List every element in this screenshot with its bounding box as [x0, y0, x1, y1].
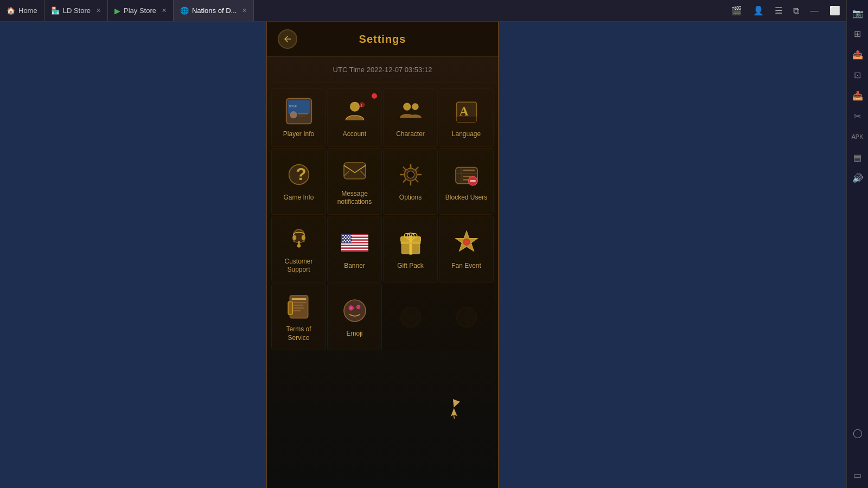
minimize-icon[interactable]: — [807, 4, 822, 18]
svg-point-9 [403, 103, 410, 110]
emoji-label: Emoji [346, 330, 362, 338]
svg-point-63 [349, 239, 350, 241]
settings-item-empty2 [439, 284, 494, 350]
svg-point-77 [464, 240, 468, 244]
svg-point-55 [346, 236, 348, 237]
customer-support-label: Customer Support [276, 258, 321, 274]
video-icon[interactable]: 🎬 [728, 3, 745, 18]
character-label: Character [396, 130, 425, 139]
account-icon: ! [340, 97, 369, 126]
svg-point-66 [348, 241, 349, 242]
svg-line-27 [403, 179, 406, 183]
tab-ld-store[interactable]: 🏪 LD Store ✕ [44, 0, 108, 21]
titlebar: 🏠 Home 🏪 LD Store ✕ ▶ Play Store ✕ 🌐 Nat… [0, 0, 868, 22]
banner-label: Banner [344, 262, 365, 271]
settings-item-emoji[interactable]: ~ Emoji [327, 284, 382, 350]
utc-time: UTC Time 2022-12-07 03:53:12 [267, 57, 498, 83]
svg-point-61 [343, 239, 345, 241]
svg-point-40 [292, 235, 296, 240]
svg-point-65 [345, 241, 347, 242]
tab-home[interactable]: 🏠 Home [0, 0, 44, 21]
tab-play-store-label: Play Store [124, 7, 156, 15]
svg-rect-80 [291, 302, 306, 304]
sidebar-circle-icon: ◯ [849, 424, 866, 441]
gift-pack-icon [396, 228, 425, 258]
empty1-icon [396, 303, 425, 332]
sidebar-apk-icon[interactable]: APK [849, 128, 866, 145]
tab-play-store[interactable]: ▶ Play Store ✕ [108, 0, 174, 21]
settings-item-account[interactable]: ! Account [327, 88, 382, 147]
svg-point-90 [400, 307, 420, 327]
game-panel: Settings UTC Time 2022-12-07 03:53:12 NO… [266, 22, 499, 488]
menu-icon[interactable]: ☰ [771, 3, 786, 18]
svg-point-53 [350, 235, 352, 236]
gift-pack-label: Gift Pack [397, 262, 424, 271]
sidebar-volume-icon[interactable]: 🔊 [849, 169, 866, 187]
svg-point-41 [302, 235, 305, 240]
banner-icon [340, 228, 369, 258]
sidebar-scissors-icon[interactable]: ✂ [849, 107, 866, 125]
nations-icon: 🌐 [180, 7, 189, 15]
tab-ld-store-close[interactable]: ✕ [96, 7, 101, 14]
settings-item-blocked-users[interactable]: Blocked Users [439, 148, 494, 215]
svg-point-57 [342, 237, 344, 239]
svg-point-67 [350, 241, 352, 242]
options-icon [396, 160, 425, 189]
display-icon[interactable]: ⧉ [790, 4, 802, 18]
sidebar-camera-icon[interactable]: 📷 [849, 4, 866, 22]
language-label: Language [452, 130, 481, 139]
sidebar-share-icon[interactable]: 📤 [849, 46, 866, 63]
tab-play-store-close[interactable]: ✕ [162, 7, 167, 14]
tab-nations-close[interactable]: ✕ [242, 7, 247, 14]
settings-item-banner[interactable]: Banner [327, 216, 382, 282]
ld-store-icon: 🏪 [51, 7, 60, 15]
back-button[interactable] [278, 29, 297, 49]
blocked-users-label: Blocked Users [445, 194, 487, 202]
svg-rect-16 [344, 163, 366, 179]
tab-nations[interactable]: 🌐 Nations of D... ✕ [174, 0, 254, 21]
svg-point-56 [349, 236, 350, 237]
svg-point-60 [350, 237, 352, 239]
svg-rect-47 [341, 246, 368, 247]
sidebar-crop-icon[interactable]: ⊡ [849, 66, 866, 84]
account-notification [372, 93, 377, 99]
svg-point-10 [412, 104, 418, 110]
sidebar-download-icon[interactable]: 📥 [849, 87, 866, 104]
settings-item-player-info[interactable]: NONE Player Info [271, 88, 326, 147]
settings-item-options[interactable]: Options [383, 148, 438, 215]
settings-item-game-info[interactable]: ? Game Info [271, 148, 326, 215]
svg-point-51 [345, 235, 347, 236]
right-sidebar: 📷 ⊞ 📤 ⊡ 📥 ✂ APK ▤ 🔊 ◯ ▭ [846, 0, 868, 488]
blocked-users-icon [452, 160, 481, 189]
svg-rect-3 [298, 113, 308, 114]
restore-icon[interactable]: ⬜ [826, 3, 844, 18]
svg-rect-46 [341, 243, 368, 245]
account-icon[interactable]: 👤 [750, 3, 767, 18]
sidebar-list-icon[interactable]: ▤ [849, 149, 866, 166]
svg-point-91 [456, 307, 476, 327]
sidebar-square-icon: ▭ [849, 466, 866, 484]
customer-support-icon [284, 224, 314, 253]
svg-rect-70 [409, 235, 412, 254]
settings-item-terms-of-service[interactable]: Terms of Service [271, 284, 326, 350]
settings-item-gift-pack[interactable]: Gift Pack [383, 216, 438, 282]
svg-text:NONE: NONE [289, 105, 297, 108]
settings-item-fan-event[interactable]: Fan Event [439, 216, 494, 282]
player-info-icon: NONE [284, 97, 314, 126]
svg-rect-4 [298, 115, 305, 117]
svg-point-2 [290, 111, 297, 118]
svg-line-26 [415, 167, 418, 170]
svg-rect-83 [291, 310, 301, 312]
settings-item-character[interactable]: Character [383, 88, 438, 147]
svg-point-87 [356, 305, 360, 309]
svg-point-52 [348, 235, 349, 236]
svg-point-85 [344, 300, 366, 322]
settings-item-language[interactable]: A Language [439, 88, 494, 147]
game-info-icon: ? [284, 160, 314, 189]
settings-item-message-notifications[interactable]: Message notifications [327, 148, 382, 215]
tab-ld-store-label: LD Store [63, 7, 91, 15]
home-icon: 🏠 [7, 7, 15, 15]
svg-rect-48 [341, 248, 368, 250]
sidebar-grid-icon[interactable]: ⊞ [849, 25, 866, 42]
settings-item-customer-support[interactable]: Customer Support [271, 216, 326, 282]
